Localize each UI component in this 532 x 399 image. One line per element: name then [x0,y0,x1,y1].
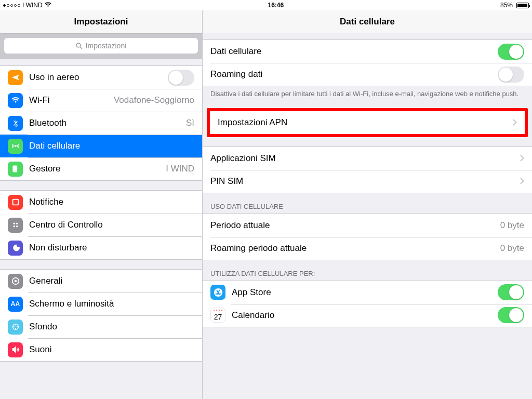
toggle-switch[interactable] [498,307,524,323]
sidebar-item-dnd[interactable]: Non disturbare [0,236,202,259]
sidebar-item-label: Suoni [29,344,51,355]
sidebar-item-label: Notifiche [29,197,63,207]
app-cellular-row[interactable]: 27Calendario [203,304,532,327]
apn-label: Impostazioni APN [218,117,287,128]
app-header: UTILIZZA DATI CELLULARE PER: [203,260,532,281]
sound-icon [8,342,23,357]
sidebar-item-cell[interactable]: Dati cellulare [0,135,202,157]
chevron-right-icon [520,155,524,162]
sidebar-item-wallpaper[interactable]: Sfondo [0,315,202,338]
dnd-icon [8,241,23,256]
toggle-switch[interactable] [168,70,194,86]
sidebar-item-label: Centro di Controllo [29,220,103,230]
svg-point-8 [16,225,18,228]
row-label: Roaming dati [210,69,262,79]
detail-pane: Dati cellulare Dati cellulareRoaming dat… [203,10,532,399]
sidebar-item-label: Gestore [29,164,60,174]
cellular-toggle-row[interactable]: Roaming dati [203,63,532,86]
sidebar-item-control[interactable]: Centro di Controllo [0,214,202,236]
svg-point-5 [13,223,15,225]
sidebar-item-bt[interactable]: BluetoothSì [0,112,202,135]
usage-row: Periodo attuale0 byte [203,214,532,237]
search-input[interactable]: Impostazioni [4,38,198,54]
svg-point-13 [17,326,18,327]
sidebar-item-notif[interactable]: Notifiche [0,191,202,214]
search-placeholder: Impostazioni [86,42,127,50]
notif-icon [8,195,23,210]
row-label: Calendario [232,310,274,321]
status-right: 85% [500,2,529,9]
status-bar: I WIND 16:46 85% [0,0,532,10]
cellular-toggle-row[interactable]: Dati cellulare [203,40,532,63]
appstore-icon [210,285,225,300]
sidebar-item-label: Schermo e luminosità [29,299,114,309]
settings-sidebar: Impostazioni Impostazioni Uso in aereoWi… [0,10,203,399]
calendar-icon: 27 [210,308,225,323]
toggle-switch[interactable] [498,66,524,83]
display-icon: AA [8,297,23,312]
row-value: 0 byte [500,243,524,254]
sidebar-title: Impostazioni [0,10,202,33]
app-cellular-row[interactable]: App Store [203,281,532,304]
search-wrap: Impostazioni [0,33,202,59]
sidebar-item-wifi[interactable]: Wi-FiVodafone-Soggiorno [0,89,202,112]
bt-icon [8,116,23,131]
general-icon [8,274,23,289]
sidebar-item-value: Vodafone-Soggiorno [114,95,194,105]
control-icon [8,218,23,233]
sidebar-item-label: Non disturbare [29,243,87,253]
row-label: Periodo attuale [210,220,270,231]
wifi-icon [8,93,23,108]
sidebar-item-general[interactable]: Generali [0,270,202,292]
sim-row[interactable]: PIN SIM [203,170,532,193]
svg-point-2 [15,145,17,147]
detail-title: Dati cellulare [203,10,532,33]
svg-point-12 [15,324,16,325]
wifi-status-icon [45,2,51,9]
row-label: Roaming periodo attuale [210,243,307,254]
status-left: I WIND [3,2,51,9]
sidebar-item-label: Uso in aereo [29,72,79,83]
signal-icon [3,4,20,7]
chevron-right-icon [520,178,524,184]
usage-row: Roaming periodo attuale0 byte [203,237,532,260]
search-icon [76,43,83,49]
toggle-switch[interactable] [498,44,524,60]
sidebar-item-airplane[interactable]: Uso in aereo [0,66,202,89]
svg-point-10 [14,280,17,283]
toggle-switch[interactable] [498,284,524,300]
sidebar-item-sound[interactable]: Suoni [0,338,202,361]
row-label: Dati cellulare [210,46,261,57]
sidebar-item-label: Dati cellulare [29,141,80,151]
svg-rect-4 [13,200,18,205]
chevron-right-icon [513,119,517,126]
battery-percent: 85% [500,2,513,9]
svg-point-7 [13,225,15,228]
svg-point-6 [16,223,18,225]
sidebar-item-label: Sfondo [29,322,57,332]
cell-icon [8,139,23,154]
battery-icon [515,3,529,8]
carrier-icon [8,162,23,177]
sidebar-item-display[interactable]: AASchermo e luminosità [0,292,202,315]
sidebar-item-value: Sì [186,118,194,128]
sidebar-item-value: I WIND [166,164,194,174]
sim-row[interactable]: Applicazioni SIM [203,147,532,170]
sidebar-item-carrier[interactable]: GestoreI WIND [0,157,202,180]
svg-point-15 [13,326,14,327]
svg-line-1 [80,47,82,49]
row-label: App Store [232,287,271,298]
wallpaper-icon [8,320,23,335]
airplane-icon [8,70,23,85]
apn-settings-row[interactable]: Impostazioni APN [210,111,525,134]
sidebar-item-label: Generali [29,276,62,286]
carrier-label: I WIND [22,2,43,9]
row-label: PIN SIM [210,176,243,187]
sidebar-item-label: Bluetooth [29,118,66,128]
svg-point-0 [76,43,81,47]
row-label: Applicazioni SIM [210,153,276,164]
status-time: 16:46 [268,2,284,9]
apn-highlight: Impostazioni APN [207,108,528,137]
svg-point-14 [15,328,16,329]
row-value: 0 byte [500,220,524,231]
